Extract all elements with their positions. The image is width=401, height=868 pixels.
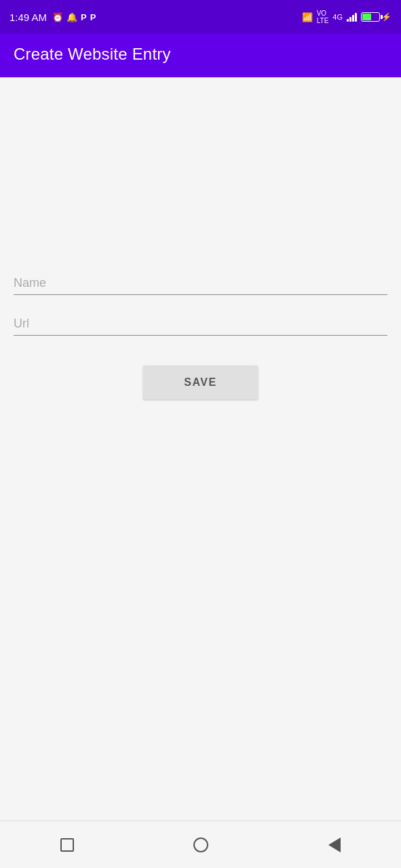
name-input[interactable] [14,271,387,295]
signal-bar-2 [349,17,351,22]
signal-bars [347,12,357,22]
alarm-icon: ⏰ [52,12,63,22]
name-field-container [14,271,387,295]
app-bar: Create Website Entry [0,34,401,77]
status-bar: 1:49 AM ⏰ 🔔 P P 📶 VOLTE 4G ⚡ [0,0,401,34]
status-time: 1:49 AM [9,12,47,23]
battery-fill [362,14,371,20]
page-title: Create Website Entry [14,45,171,63]
battery-container: ⚡ [361,12,392,22]
status-bar-left: 1:49 AM ⏰ 🔔 P P [9,12,96,23]
save-button[interactable]: SAVE [143,366,257,399]
url-field-container [14,311,387,336]
volte-icon: VOLTE [317,9,329,24]
status-bar-right: 📶 VOLTE 4G ⚡ [302,9,392,24]
4g-icon: 4G [332,13,343,21]
p1-icon: P [81,12,87,22]
recent-apps-button[interactable] [50,828,84,862]
url-input[interactable] [14,311,387,336]
charging-icon: ⚡ [381,12,392,22]
nav-bar [0,821,401,868]
back-button[interactable] [318,828,351,862]
status-icons: ⏰ 🔔 P P [52,12,96,22]
main-content: SAVE [0,77,401,821]
signal-bar-4 [355,13,357,22]
home-icon [193,837,208,852]
spacer-top [14,77,387,271]
p2-icon: P [90,12,96,22]
recent-apps-icon [60,838,74,852]
signal-bar-1 [347,19,349,22]
battery-icon [361,12,380,22]
form-section: SAVE [14,271,387,433]
home-button[interactable] [184,828,218,862]
back-icon [328,837,341,852]
wifi-icon: 📶 [302,12,313,22]
signal-bar-3 [352,15,354,22]
spacer-bottom [14,433,387,821]
notification-icon: 🔔 [66,12,77,22]
save-button-container: SAVE [14,352,387,420]
